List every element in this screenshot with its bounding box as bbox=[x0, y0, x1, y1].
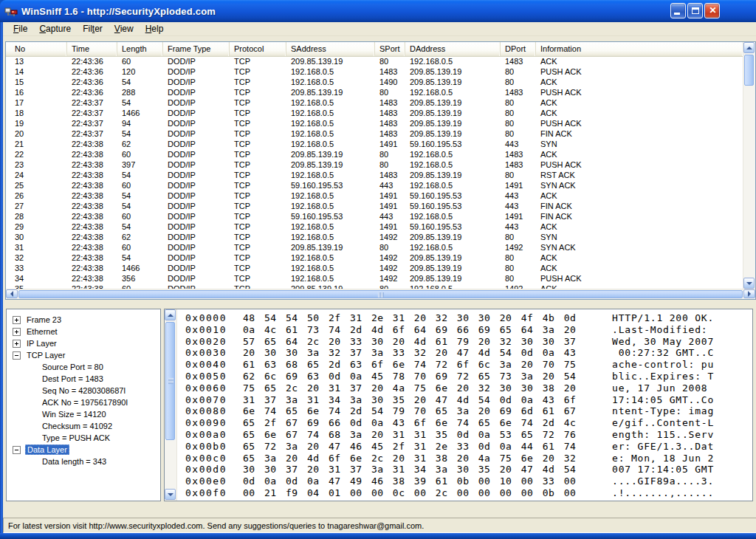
packet-row-33[interactable]: 3322:43:381466DOD/IPTCP192.168.0.5149220… bbox=[6, 264, 743, 274]
cell-protocol: TCP bbox=[230, 274, 286, 284]
cell-daddress: 192.168.0.5 bbox=[405, 212, 501, 222]
cell-frame-type: DOD/IP bbox=[163, 98, 230, 109]
vscroll-thumb[interactable] bbox=[744, 55, 754, 86]
column-header-length[interactable]: Length bbox=[117, 42, 163, 56]
cell-time: 22:43:36 bbox=[67, 88, 117, 98]
cell-information: ACK bbox=[536, 78, 738, 88]
tree-leaf[interactable]: Seq No = 4280308687l bbox=[7, 385, 160, 396]
hex-vscroll-thumb[interactable] bbox=[165, 322, 175, 440]
packet-row-22[interactable]: 2222:43:3860DOD/IPTCP209.85.139.1980192.… bbox=[6, 150, 743, 160]
packet-row-18[interactable]: 1822:43:371466DOD/IPTCP192.168.0.5148320… bbox=[6, 109, 743, 119]
cell-daddress: 192.168.0.5 bbox=[405, 57, 501, 67]
collapse-minus-icon[interactable] bbox=[13, 351, 21, 360]
scroll-left-button[interactable] bbox=[6, 289, 18, 298]
tree-leaf[interactable]: Dest Port = 1483 bbox=[7, 373, 160, 385]
cell-length: 60 bbox=[117, 212, 163, 222]
expand-plus-icon[interactable] bbox=[13, 316, 21, 324]
packet-row-34[interactable]: 3422:43:38356DOD/IPTCP192.168.0.51492209… bbox=[6, 274, 743, 284]
minimize-button[interactable] bbox=[670, 3, 686, 18]
cell-time: 22:43:38 bbox=[67, 212, 117, 222]
maximize-button[interactable] bbox=[687, 3, 703, 18]
cell-no: 20 bbox=[6, 129, 67, 140]
packet-row-24[interactable]: 2422:43:3854DOD/IPTCP192.168.0.51483209.… bbox=[6, 171, 743, 181]
menu-item-file[interactable]: File bbox=[7, 22, 33, 35]
packet-row-30[interactable]: 3022:43:3862DOD/IPTCP192.168.0.51492209.… bbox=[6, 233, 743, 243]
packet-row-19[interactable]: 1922:43:3794DOD/IPTCP192.168.0.51483209.… bbox=[6, 119, 743, 129]
packet-list-vscrollbar-track[interactable] bbox=[743, 42, 755, 289]
tree-node-label: IP Layer bbox=[25, 339, 58, 348]
column-header-daddress[interactable]: DAddress bbox=[405, 42, 501, 56]
cell-daddress: 209.85.139.19 bbox=[405, 264, 501, 274]
hex-scroll-up-button[interactable] bbox=[165, 309, 176, 320]
menu-item-capture[interactable]: Capture bbox=[33, 22, 77, 35]
packet-row-29[interactable]: 2922:43:3854DOD/IPTCP192.168.0.5149159.1… bbox=[6, 222, 743, 233]
cell-no: 31 bbox=[6, 243, 67, 253]
cell-no: 27 bbox=[6, 202, 67, 212]
column-header-sport[interactable]: SPort bbox=[375, 42, 405, 56]
column-header-saddress[interactable]: SAddress bbox=[286, 42, 375, 56]
cell-sport: 1483 bbox=[375, 67, 405, 78]
cell-saddress: 192.168.0.5 bbox=[286, 191, 375, 202]
cell-no: 13 bbox=[6, 57, 67, 67]
tree-leaf[interactable]: Type = PUSH ACK bbox=[7, 432, 160, 444]
packet-list-hscrollbar-track[interactable] bbox=[6, 289, 755, 299]
hex-ascii: HTTP/1.1 200 OK. bbox=[612, 312, 714, 324]
cell-sport: 1491 bbox=[375, 222, 405, 233]
packet-row-21[interactable]: 2122:43:3862DOD/IPTCP192.168.0.5149159.1… bbox=[6, 140, 743, 150]
menu-item-filter[interactable]: Filter bbox=[77, 22, 109, 35]
tree-leaf[interactable]: Data length = 343 bbox=[7, 456, 160, 467]
column-header-frame-type[interactable]: Frame Type bbox=[163, 42, 230, 56]
expand-plus-icon[interactable] bbox=[13, 340, 21, 348]
cell-information: FIN ACK bbox=[536, 129, 738, 140]
packet-row-16[interactable]: 1622:43:36288DOD/IPTCP209.85.139.1980192… bbox=[6, 88, 743, 98]
detail-tree: Frame 23EthernetIP LayerTCP LayerSource … bbox=[6, 309, 161, 501]
packet-row-25[interactable]: 2522:43:3860DOD/IPTCP59.160.195.53443192… bbox=[6, 181, 743, 191]
hex-scroll-down-button[interactable] bbox=[165, 489, 176, 500]
hex-vscrollbar-track[interactable] bbox=[165, 309, 177, 501]
column-header-information[interactable]: Information bbox=[536, 42, 743, 56]
collapse-minus-icon[interactable] bbox=[13, 446, 21, 454]
cell-daddress: 209.85.139.19 bbox=[405, 274, 501, 284]
hex-ascii: 007 17:14:05 GMT bbox=[612, 464, 714, 476]
packet-row-27[interactable]: 2722:43:3854DOD/IPTCP192.168.0.5149159.1… bbox=[6, 202, 743, 212]
cell-protocol: TCP bbox=[230, 109, 286, 119]
close-button[interactable]: ✕ bbox=[704, 3, 720, 18]
packet-row-28[interactable]: 2822:43:3860DOD/IPTCP59.160.195.53443192… bbox=[6, 212, 743, 222]
cell-sport: 80 bbox=[375, 160, 405, 171]
menu-item-help[interactable]: Help bbox=[140, 22, 170, 35]
packet-row-31[interactable]: 3122:43:3860DOD/IPTCP209.85.139.1980192.… bbox=[6, 243, 743, 253]
column-header-time[interactable]: Time bbox=[67, 42, 117, 56]
packet-row-23[interactable]: 2322:43:38397DOD/IPTCP209.85.139.1980192… bbox=[6, 160, 743, 171]
hex-offset: 0x00a0 bbox=[185, 429, 243, 441]
packet-row-14[interactable]: 1422:43:36120DOD/IPTCP192.168.0.51483209… bbox=[6, 67, 743, 78]
scroll-up-button[interactable] bbox=[743, 42, 755, 53]
hscroll-thumb[interactable] bbox=[18, 290, 743, 298]
expand-plus-icon[interactable] bbox=[13, 328, 21, 336]
scroll-down-button[interactable] bbox=[743, 278, 755, 289]
tree-leaf[interactable]: Win Size = 14120 bbox=[7, 408, 160, 420]
tree-node-tcp-layer[interactable]: TCP Layer bbox=[7, 349, 160, 361]
tree-node-data-layer[interactable]: Data Layer bbox=[7, 444, 160, 456]
tree-leaf[interactable]: ACK No = 1975617890l bbox=[7, 396, 160, 408]
packet-row-17[interactable]: 1722:43:3754DOD/IPTCP192.168.0.51483209.… bbox=[6, 98, 743, 109]
hex-bytes: 0a 4c 61 73 74 2d 4d 6f 64 69 66 69 65 6… bbox=[243, 324, 612, 336]
cell-protocol: TCP bbox=[230, 264, 286, 274]
tree-node-ethernet[interactable]: Ethernet bbox=[7, 326, 160, 337]
packet-row-13[interactable]: 1322:43:3660DOD/IPTCP209.85.139.1980192.… bbox=[6, 57, 743, 67]
tree-leaf[interactable]: Source Port = 80 bbox=[7, 361, 160, 373]
tree-node-ip-layer[interactable]: IP Layer bbox=[7, 337, 160, 349]
cell-length: 54 bbox=[117, 78, 163, 88]
cell-frame-type: DOD/IP bbox=[163, 109, 230, 119]
scroll-right-button[interactable] bbox=[743, 289, 755, 298]
cell-frame-type: DOD/IP bbox=[163, 253, 230, 264]
column-header-protocol[interactable]: Protocol bbox=[230, 42, 286, 56]
packet-row-15[interactable]: 1522:43:3654DOD/IPTCP192.168.0.51490209.… bbox=[6, 78, 743, 88]
tree-leaf[interactable]: Checksum = 41092 bbox=[7, 420, 160, 432]
packet-row-26[interactable]: 2622:43:3854DOD/IPTCP192.168.0.5149159.1… bbox=[6, 191, 743, 202]
packet-row-32[interactable]: 3222:43:3854DOD/IPTCP192.168.0.51492209.… bbox=[6, 253, 743, 264]
menu-item-view[interactable]: View bbox=[109, 22, 140, 35]
tree-node-frame-23[interactable]: Frame 23 bbox=[7, 314, 160, 326]
packet-row-20[interactable]: 2022:43:3754DOD/IPTCP192.168.0.51483209.… bbox=[6, 129, 743, 140]
column-header-no[interactable]: No bbox=[6, 42, 67, 56]
column-header-dport[interactable]: DPort bbox=[501, 42, 536, 56]
